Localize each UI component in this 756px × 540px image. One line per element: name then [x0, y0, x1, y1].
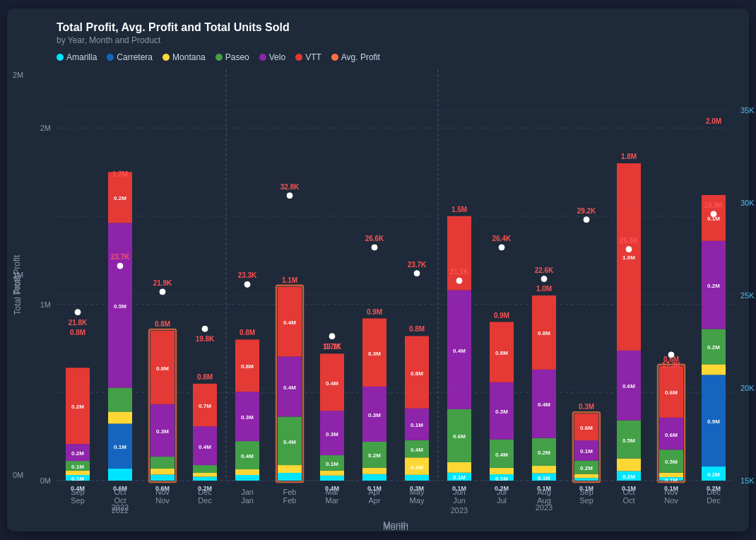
- svg-text:2.0M: 2.0M: [706, 117, 721, 125]
- legend-item-vtt: VTT: [295, 52, 321, 62]
- svg-text:30K: 30K: [740, 199, 755, 207]
- svg-text:0.8M: 0.8M: [240, 329, 255, 336]
- chart-svg: 0.1M0.1M0.2M0.2M0.8M0.4M21.8K0.1M0.5M0.2…: [57, 69, 735, 481]
- svg-rect-7: [66, 471, 90, 475]
- svg-text:2M: 2M: [40, 124, 51, 132]
- legend-item-montana: Montana: [163, 52, 206, 62]
- svg-text:0.1M: 0.1M: [580, 448, 593, 454]
- svg-text:0.2M: 0.2M: [707, 283, 720, 289]
- svg-text:0.3M: 0.3M: [156, 428, 169, 435]
- svg-text:1.1M: 1.1M: [282, 276, 297, 284]
- legend: AmarillaCarreteraMontanaPaseoVeloVTTAvg.…: [57, 52, 735, 62]
- x-axis: SepOct2022NovDecJanFebMarAprMayJun2023Ju…: [57, 496, 735, 515]
- svg-rect-180: [659, 473, 683, 477]
- x-label-3: Dec: [184, 496, 226, 515]
- x-label-0: Sep: [57, 496, 99, 515]
- svg-text:0.4M: 0.4M: [326, 380, 338, 387]
- svg-text:0.6M: 0.6M: [580, 425, 593, 431]
- svg-text:1.0M: 1.0M: [622, 254, 635, 261]
- svg-rect-65: [278, 473, 302, 481]
- svg-text:0M: 0M: [40, 476, 51, 485]
- svg-text:0.4M: 0.4M: [411, 447, 423, 453]
- svg-text:Jan: Jan: [241, 488, 254, 496]
- svg-text:0.4M: 0.4M: [199, 444, 211, 450]
- svg-text:0.3M: 0.3M: [326, 431, 338, 438]
- svg-text:0.1M: 0.1M: [411, 422, 423, 428]
- svg-text:0.5M: 0.5M: [665, 459, 678, 465]
- svg-text:0.8M: 0.8M: [156, 365, 169, 372]
- svg-text:Nov: Nov: [664, 488, 678, 496]
- svg-rect-22: [108, 388, 132, 412]
- svg-text:0.2M: 0.2M: [622, 474, 635, 480]
- svg-text:0.1M: 0.1M: [71, 476, 84, 482]
- svg-text:0.3M: 0.3M: [241, 414, 254, 421]
- svg-text:Nov: Nov: [155, 488, 170, 496]
- svg-text:0.2M: 0.2M: [368, 452, 381, 459]
- svg-point-16: [75, 310, 81, 315]
- svg-text:Oct: Oct: [114, 488, 126, 496]
- svg-text:21.9K: 21.9K: [153, 279, 172, 287]
- svg-text:28.9K: 28.9K: [704, 201, 723, 209]
- svg-text:1.0M: 1.0M: [536, 285, 552, 293]
- svg-point-124: [456, 278, 462, 283]
- svg-rect-101: [405, 475, 429, 481]
- svg-text:0.9M: 0.9M: [707, 418, 720, 425]
- svg-text:15K: 15K: [740, 476, 755, 485]
- x-axis-title: Month: [57, 520, 735, 530]
- svg-text:0.4M: 0.4M: [538, 401, 550, 408]
- svg-text:29.2K: 29.2K: [577, 207, 596, 215]
- svg-text:26.4K: 26.4K: [492, 235, 512, 242]
- x-label-6: Mar: [311, 496, 353, 515]
- svg-text:Mar: Mar: [326, 488, 339, 496]
- svg-rect-45: [193, 465, 217, 473]
- svg-point-99: [372, 245, 377, 250]
- svg-text:25.5K: 25.5K: [620, 237, 639, 245]
- svg-text:0.4M: 0.4M: [411, 464, 423, 471]
- svg-text:0.6M: 0.6M: [665, 432, 678, 438]
- legend-dot: [57, 54, 64, 61]
- svg-text:0.4M: 0.4M: [453, 348, 466, 354]
- y-axis-label-left: Total Profit: [13, 275, 23, 315]
- legend-item-paseo: Paseo: [215, 52, 249, 62]
- svg-rect-54: [235, 475, 259, 481]
- svg-rect-55: [235, 469, 259, 475]
- x-label-9: Jun2023: [438, 496, 480, 515]
- svg-point-41: [160, 289, 165, 295]
- svg-text:0.3M: 0.3M: [368, 412, 381, 418]
- svg-text:0.8M: 0.8M: [411, 370, 423, 377]
- svg-rect-128: [490, 468, 514, 474]
- svg-point-87: [329, 334, 335, 339]
- x-label-10: Jul: [480, 496, 523, 515]
- legend-item-avg. profit: Avg. Profit: [331, 52, 380, 62]
- svg-text:1M: 1M: [40, 300, 51, 309]
- svg-rect-196: [702, 364, 726, 375]
- svg-text:0.2M: 0.2M: [707, 344, 720, 351]
- svg-text:19.1K: 19.1K: [323, 343, 342, 351]
- svg-text:26.6K: 26.6K: [365, 235, 384, 242]
- svg-text:0.8M: 0.8M: [70, 329, 85, 336]
- svg-text:0.4M: 0.4M: [283, 439, 296, 445]
- x-label-5: Feb: [268, 496, 311, 515]
- svg-rect-44: [193, 473, 217, 476]
- svg-text:0.2M: 0.2M: [580, 465, 593, 471]
- chart-container: Total Profit, Avg. Profit and Total Unit…: [7, 8, 749, 532]
- svg-text:0.8M: 0.8M: [155, 320, 170, 328]
- svg-text:0.6M: 0.6M: [665, 389, 678, 396]
- svg-rect-89: [362, 474, 386, 481]
- svg-text:Apr: Apr: [368, 488, 380, 496]
- svg-text:1.5M: 1.5M: [451, 206, 467, 213]
- svg-text:Aug: Aug: [537, 488, 551, 496]
- svg-text:17.3K: 17.3K: [662, 361, 681, 369]
- x-label-11: Aug: [523, 496, 565, 515]
- svg-point-75: [287, 193, 293, 199]
- svg-text:0.4M: 0.4M: [495, 452, 508, 458]
- x-label-4: Jan: [226, 496, 268, 515]
- svg-text:23.3K: 23.3K: [238, 271, 257, 279]
- legend-dot: [295, 54, 302, 61]
- svg-rect-141: [532, 466, 556, 473]
- svg-text:0.2M: 0.2M: [71, 450, 84, 457]
- svg-text:0.8M: 0.8M: [495, 350, 508, 356]
- svg-text:35K: 35K: [740, 106, 755, 115]
- svg-text:0.3M: 0.3M: [368, 351, 381, 357]
- svg-text:22.6K: 22.6K: [535, 266, 554, 274]
